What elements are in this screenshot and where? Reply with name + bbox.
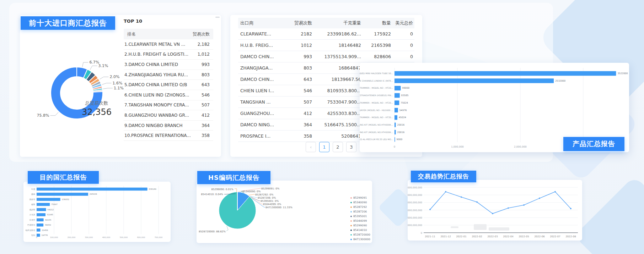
donut-center-label: 总贸易次数 bbox=[75, 100, 118, 106]
bar-value-label: 2532000 bbox=[555, 79, 565, 82]
x-tick-label: 2,000,000 bbox=[514, 145, 527, 148]
hs-legend-item[interactable]: 85414010 bbox=[350, 228, 370, 232]
x-tick-label: 600,000 bbox=[137, 236, 145, 238]
category-label: 巴基斯坦 bbox=[27, 224, 36, 226]
legend-dot-icon bbox=[350, 220, 352, 222]
bar-value-label: 75024 bbox=[401, 101, 408, 104]
x-tick-label: 2022-04 bbox=[503, 235, 514, 238]
legend-dot-icon bbox=[350, 216, 352, 217]
bar-value-label: 39050 bbox=[45, 224, 51, 226]
donut-label-line bbox=[90, 66, 97, 70]
bar bbox=[37, 234, 40, 237]
x-tick-label: 2022-05 bbox=[519, 235, 529, 238]
top10-row: 2.H.U.B. FREIGHT & LOGISTI...1,012 bbox=[124, 50, 213, 60]
x-tick-label: 2022-06 bbox=[534, 235, 545, 238]
hs-legend-item[interactable]: 85044099 bbox=[350, 219, 370, 223]
top10-rank-cell: 2.H.U.B. FREIGHT & LOGISTI... bbox=[124, 52, 188, 57]
hs-report-card: 85299090: 0.01%85414010: 0.04%85299091: … bbox=[197, 181, 372, 243]
category-label: HAIR TRIMMER - MODEL NO - HT20... bbox=[360, 101, 393, 104]
data-point bbox=[429, 209, 431, 210]
pagination-page-button[interactable]: 2 bbox=[333, 142, 343, 152]
pie-callout-label: 85414010: 0.04% bbox=[201, 193, 224, 196]
top10-rank-cell: 5.DAMCO CHINA LIMITED O/B bbox=[124, 82, 187, 87]
x-tick-label: 1,000,000 bbox=[451, 145, 464, 148]
donut-label: 75.8% bbox=[37, 113, 49, 118]
pagination-prev-button[interactable]: ‹ bbox=[306, 142, 316, 152]
bar bbox=[37, 203, 50, 206]
bar bbox=[395, 71, 616, 76]
pagination-page-button[interactable]: 3 bbox=[346, 142, 356, 152]
hs-legend-item[interactable]: 85299091 bbox=[350, 195, 370, 200]
bar-value-label: 9000 bbox=[397, 138, 403, 141]
top10-rank-cell: 6.CHIEN LUEN IND (ZHONGS... bbox=[124, 93, 189, 98]
donut-label-line bbox=[100, 77, 108, 79]
legend-label: 8471300000 bbox=[353, 238, 370, 241]
top10-value-cell: 507 bbox=[202, 103, 210, 107]
top10-value-cell: 412 bbox=[202, 113, 210, 118]
x-tick-label: 2022-03 bbox=[487, 235, 498, 238]
category-label: 越南 bbox=[31, 193, 36, 195]
donut-label: 6.7% bbox=[89, 60, 99, 65]
destination-report-banner: 目的国汇总报告 bbox=[28, 171, 99, 184]
hs-legend: 8529909185340090852872928528720685395001… bbox=[350, 195, 370, 242]
hs-legend-item[interactable]: 85287292 bbox=[350, 205, 370, 209]
legend-label: 85340090 bbox=[353, 201, 367, 204]
category-label: 秘鲁 bbox=[31, 203, 36, 206]
data-point bbox=[492, 213, 493, 214]
legend-dot-icon bbox=[350, 197, 352, 199]
bar-value-label: 3522000 bbox=[617, 72, 628, 75]
category-label: UNBRANDED MINI HALOGEN TUBE 50... bbox=[360, 72, 393, 74]
top10-row: 6.CHIEN LUEN IND (ZHONGS...546 bbox=[124, 90, 213, 100]
x-tick-label: 100,000 bbox=[50, 236, 58, 238]
donut-center-text: 总贸易次数 32,356 bbox=[75, 100, 118, 117]
pie-callout-line bbox=[226, 226, 228, 231]
category-label: GROOMING KIT (MODEL NO.HT4500K... bbox=[360, 131, 393, 133]
hs-legend-item[interactable]: 8528720000 bbox=[350, 232, 370, 237]
pagination-page-button[interactable]: 1 bbox=[319, 142, 329, 152]
bar-value-label: 99000 bbox=[402, 87, 410, 89]
exporter-cell: 2165398 bbox=[363, 43, 392, 48]
exporter-table-row: DAMCO CHIN...99313755134.909...8286060 bbox=[238, 51, 414, 62]
exporter-cell: DAMCO NING... bbox=[238, 122, 285, 127]
pie-callout-label: 85340090: 0% bbox=[242, 190, 261, 193]
legend-dot-icon bbox=[350, 239, 352, 240]
destination-bar-chart: 0100,000200,000300,000400,000500,000600,… bbox=[23, 182, 171, 242]
top10-rank-cell: 7.TANGSHAN MONOPY CERA... bbox=[124, 103, 189, 107]
data-point bbox=[523, 204, 525, 206]
exporter-cell: DAMCO CHIN... bbox=[238, 54, 285, 59]
top10-rank-cell: 4.ZHANGJIAGANG YIHUA RU... bbox=[124, 72, 188, 77]
category-label: 土耳其 bbox=[29, 214, 36, 216]
hs-legend-item[interactable]: 8471300000 bbox=[350, 237, 370, 242]
category-label: HAIR STRAIGHTENER (HS6810) PIN... bbox=[360, 94, 393, 96]
hs-legend-item[interactable]: 85395001 bbox=[350, 214, 370, 219]
exporter-cell: 0 bbox=[392, 43, 414, 48]
hs-legend-item[interactable]: 85287206 bbox=[350, 209, 370, 214]
top10-row: 5.DAMCO CHINA LIMITED O/B643 bbox=[124, 80, 213, 90]
hs-legend-item[interactable]: 85340090 bbox=[350, 200, 370, 205]
y-tick-label: 3,000,000,000 bbox=[408, 209, 422, 212]
decor-diamond-bottom-right bbox=[574, 176, 644, 254]
x-tick-label: 200,000 bbox=[68, 236, 76, 238]
pie-callout-label: 85395001: 0% bbox=[261, 200, 279, 203]
exporter-cell: 803 bbox=[285, 65, 313, 71]
hs-legend-item[interactable]: 85299090 bbox=[350, 223, 370, 228]
x-tick-label: 700,000 bbox=[155, 236, 163, 238]
top10-value-cell: 364 bbox=[202, 123, 210, 128]
exporter-cell: 175922 bbox=[363, 31, 392, 37]
importer-report-banner: 前十大进口商汇总报告 bbox=[21, 16, 115, 30]
x-tick-label: 500,000 bbox=[120, 236, 128, 238]
y-tick-label: 0 bbox=[421, 232, 422, 234]
x-tick-label: 2022-01 bbox=[456, 235, 466, 238]
top10-row: 7.TANGSHAN MONOPY CERA...507 bbox=[124, 100, 213, 111]
top10-value-cell: 803 bbox=[202, 72, 210, 77]
donut-label: 1.6% bbox=[113, 81, 123, 85]
exporter-cell: CLEARWATE... bbox=[238, 31, 285, 37]
product-report-banner-label: 产品汇总报告 bbox=[573, 139, 615, 149]
importer-report-card: 6.7%3.1%2.0%1.6%1.1%75.8% 总贸易次数 32,356 T… bbox=[20, 15, 221, 157]
collapse-icon[interactable] bbox=[215, 17, 220, 18]
top10-header: 排名 贸易次数 bbox=[124, 29, 213, 39]
bar-value-label: 40155 bbox=[45, 219, 52, 221]
exporter-cell: 412 bbox=[285, 111, 313, 116]
trend-report-card: 01,000,000,0002,000,000,0003,000,000,000… bbox=[408, 180, 582, 241]
bar bbox=[395, 93, 400, 98]
